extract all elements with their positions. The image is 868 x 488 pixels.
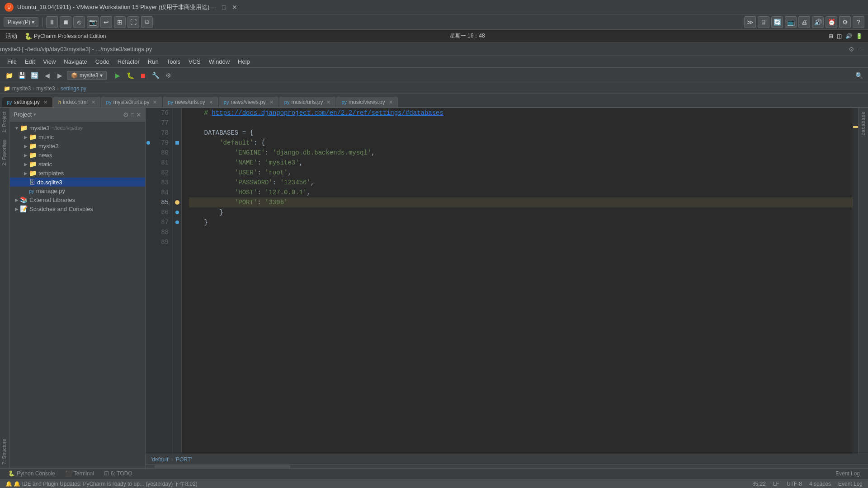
maximize-button[interactable]: □	[220, 4, 227, 11]
structure-tab[interactable]: 7: Structure	[0, 435, 9, 468]
minimize-button[interactable]: —	[209, 4, 217, 11]
vmware-extra6[interactable]: 🔊	[812, 16, 824, 28]
menu-edit[interactable]: Edit	[21, 57, 38, 66]
music-views-icon: py	[341, 99, 347, 105]
tab-mysite3-urls[interactable]: py mysite3/urls.py ✕	[101, 97, 162, 107]
code-editor[interactable]: 76 77 78 79 80 81 82 83 84 85 86 87 88	[146, 108, 868, 468]
menu-run[interactable]: Run	[144, 57, 162, 66]
menu-vcs[interactable]: VCS	[185, 57, 204, 66]
menu-code[interactable]: Code	[92, 57, 113, 66]
breadcrumb-file[interactable]: settings.py	[61, 85, 86, 92]
stop-code-button[interactable]: ⏹	[137, 70, 148, 81]
tab-close-news-urls[interactable]: ✕	[209, 99, 213, 105]
menu-view[interactable]: View	[39, 57, 59, 66]
tab-close-music-views[interactable]: ✕	[389, 99, 393, 105]
favorites-tab[interactable]: 2: Favorites	[0, 136, 9, 169]
tab-close-music-urls[interactable]: ✕	[326, 99, 330, 105]
vmware-extra1[interactable]: ≫	[744, 16, 756, 28]
horizontal-scrollbar[interactable]	[146, 465, 868, 468]
context-default: 'default'	[151, 456, 170, 463]
panel-close-icon[interactable]: ✕	[136, 111, 142, 118]
unity-button[interactable]: ⧉	[141, 16, 153, 28]
event-log-status[interactable]: Event Log	[838, 481, 863, 487]
tree-item-music[interactable]: ▶ 📁 music	[10, 132, 145, 141]
tab-news-views[interactable]: py news/views.py ✕	[219, 97, 278, 107]
stop-button[interactable]: ⏹	[60, 16, 71, 28]
settings-toolbar-button[interactable]: ⚙	[163, 70, 174, 81]
window-title: Ubuntu_18.04(1911) - VMware Workstation …	[17, 3, 209, 11]
tree-item-db-sqlite3[interactable]: 🗄 db.sqlite3	[10, 178, 145, 187]
send-ctrl-alt-del-button[interactable]: ⎋	[73, 16, 85, 28]
save-button[interactable]: 💾	[16, 70, 27, 81]
event-log-tab[interactable]: Event Log	[831, 469, 864, 479]
tree-item-templates[interactable]: ▶ 📁 templates	[10, 169, 145, 178]
fullscreen-button[interactable]: ⛶	[127, 16, 139, 28]
tree-item-external-libs[interactable]: ▶ 📚 External Libraries	[10, 195, 145, 204]
vmware-extra5[interactable]: 🖨	[798, 16, 810, 28]
pause-button[interactable]: ⏸	[46, 16, 58, 28]
terminal-tab[interactable]: ⬛ Terminal	[61, 469, 99, 479]
vmware-help[interactable]: ?	[853, 16, 864, 28]
vmware-extra7[interactable]: ⏰	[826, 16, 837, 28]
tab-music-urls[interactable]: py music/urls.py ✕	[279, 97, 336, 107]
code-lines[interactable]: # https://docs.djangoproject.com/en/2.2/…	[182, 108, 853, 454]
tab-news-urls[interactable]: py news/urls.py ✕	[163, 97, 217, 107]
activities-button[interactable]: 活动	[5, 32, 17, 40]
take-snapshot-button[interactable]: 📷	[87, 16, 99, 28]
tree-item-mysite3-root[interactable]: ▼ 📁 mysite3 ~/tedu/vip/day	[10, 123, 145, 132]
mysite3-urls-icon: py	[106, 99, 112, 105]
code-area[interactable]: 76 77 78 79 80 81 82 83 84 85 86 87 88	[146, 108, 868, 454]
settings-icon[interactable]: ⚙	[849, 46, 854, 53]
menu-navigate[interactable]: Navigate	[60, 57, 90, 66]
vmware-extra3[interactable]: 🔄	[771, 16, 783, 28]
close-button[interactable]: ✕	[231, 4, 238, 11]
tab-index-html[interactable]: h index.html ✕	[53, 97, 100, 107]
tree-item-scratches[interactable]: ▶ 📝 Scratches and Consoles	[10, 204, 145, 213]
menu-refactor[interactable]: Refactor	[114, 57, 143, 66]
revert-snapshot-button[interactable]: ↩	[100, 16, 112, 28]
search-everywhere-button[interactable]: 🔍	[854, 70, 864, 81]
build-button[interactable]: 🔧	[150, 70, 161, 81]
debug-button[interactable]: 🐛	[125, 70, 136, 81]
tree-item-news[interactable]: ▶ 📁 news	[10, 150, 145, 160]
folder-icon-mysite3-folder: 📁	[29, 142, 37, 150]
panel-settings-icon[interactable]: ≡	[131, 111, 134, 118]
vmware-extra8[interactable]: ⚙	[839, 16, 851, 28]
tab-music-views[interactable]: py music/views.py ✕	[336, 97, 397, 107]
menu-window[interactable]: Window	[205, 57, 233, 66]
editor-scrollbar[interactable]	[853, 108, 858, 454]
tab-close-settings[interactable]: ✕	[43, 99, 47, 105]
project-tab[interactable]: 1: Project	[0, 108, 9, 136]
panel-gear-icon[interactable]: ⚙	[123, 111, 129, 118]
back-button[interactable]: ◀	[42, 70, 52, 81]
tab-close-news-views[interactable]: ✕	[269, 99, 274, 105]
breadcrumb-folder[interactable]: mysite3	[36, 85, 55, 92]
open-file-button[interactable]: 📁	[4, 70, 14, 81]
menu-help[interactable]: Help	[234, 57, 254, 66]
project-icon: 📦	[71, 72, 78, 79]
tree-arrow-mysite3: ▼	[14, 126, 20, 131]
manage-snapshots-button[interactable]: ⊞	[114, 16, 126, 28]
minimize-icon[interactable]: —	[858, 46, 864, 53]
vmware-extra2[interactable]: 🖥	[758, 16, 769, 28]
tree-item-manage-py[interactable]: py manage.py	[10, 187, 145, 195]
tab-settings-py[interactable]: py settings.py ✕	[2, 97, 52, 107]
refresh-button[interactable]: 🔄	[29, 70, 40, 81]
tab-close-index[interactable]: ✕	[91, 99, 95, 105]
python-console-label: Python Console	[17, 470, 55, 477]
database-tab[interactable]: Database	[859, 108, 868, 139]
player-menu-button[interactable]: Player(P) ▾	[4, 17, 38, 27]
tree-item-static[interactable]: ▶ 📁 static	[10, 160, 145, 169]
project-selector[interactable]: 📦 mysite3 ▾	[67, 71, 107, 80]
forward-button[interactable]: ▶	[54, 70, 65, 81]
folder-icon-templates: 📁	[29, 169, 37, 177]
tab-close-mysite3-urls[interactable]: ✕	[153, 99, 157, 105]
breadcrumb-root[interactable]: mysite3	[12, 85, 31, 92]
run-button[interactable]: ▶	[112, 70, 123, 81]
python-console-tab[interactable]: 🐍 Python Console	[4, 469, 60, 479]
vmware-extra4[interactable]: 📺	[785, 16, 797, 28]
menu-tools[interactable]: Tools	[163, 57, 184, 66]
menu-file[interactable]: File	[4, 57, 20, 66]
tree-item-mysite3-folder[interactable]: ▶ 📁 mysite3	[10, 141, 145, 150]
todo-tab[interactable]: ☑ 6: TODO	[99, 469, 137, 479]
